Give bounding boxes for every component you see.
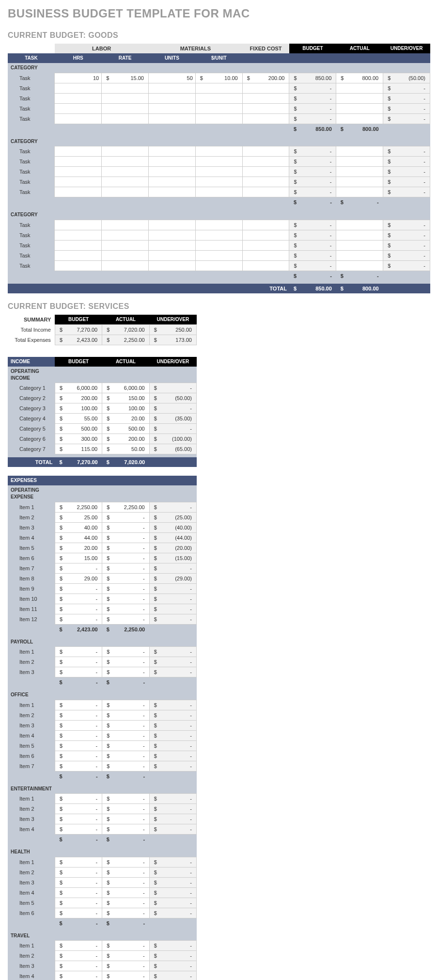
hdr-actual: ACTUAL <box>336 44 383 53</box>
income-row: Category 6$300.00$200.00$(100.00) <box>8 434 197 444</box>
expense-row: Item 7$-$-$- <box>8 761 197 771</box>
income-total-row: TOTAL$7,270.00$7,020.00 <box>8 457 197 467</box>
expense-subtotal: $-$- <box>8 835 197 845</box>
task-row: Task$-$- <box>8 146 430 157</box>
income-total-label: TOTAL <box>8 457 55 467</box>
expense-row: Item 3$-$-$- <box>8 814 197 824</box>
expense-row: Item 1$-$-$- <box>8 857 197 867</box>
expense-row-label: Item 2 <box>8 804 55 814</box>
task-label: Task <box>8 177 55 187</box>
hdr-materials: MATERIALS <box>148 44 242 53</box>
hdr-unit: $/UNIT <box>195 53 242 63</box>
expense-row: Item 2$-$-$- <box>8 657 197 667</box>
income-row-label: Category 5 <box>8 424 55 434</box>
expense-row-label: Item 3 <box>8 877 55 887</box>
expense-row: Item 4$-$-$- <box>8 824 197 835</box>
expense-row: Item 3$-$-$- <box>8 961 197 971</box>
expense-row: Item 2$-$-$- <box>8 867 197 877</box>
expense-row-label: Item 4 <box>8 971 55 980</box>
task-row: Task$-$- <box>8 83 430 93</box>
task-label: Task <box>8 93 55 103</box>
summary-row-label: Total Income <box>8 324 55 335</box>
hdr-labor: LABOR <box>55 44 149 53</box>
expense-row: Item 2$-$-$- <box>8 804 197 814</box>
income-row-label: Category 7 <box>8 444 55 454</box>
summary-hdr-uo: UNDER/OVER <box>149 315 196 325</box>
task-label: Task <box>8 167 55 177</box>
expense-row-label: Item 6 <box>8 751 55 761</box>
summary-label: SUMMARY <box>8 315 55 325</box>
task-label: Task <box>8 113 55 124</box>
income-row: Category 2$200.00$150.00$(50.00) <box>8 393 197 403</box>
expense-row: Item 1$-$-$- <box>8 794 197 804</box>
expense-row: Item 2$-$-$- <box>8 951 197 961</box>
expense-section: OPERATING EXPENSE <box>8 485 55 502</box>
expense-row: Item 1$-$-$- <box>8 941 197 951</box>
expense-section: TRAVEL <box>8 931 55 941</box>
expense-row-label: Item 1 <box>8 794 55 804</box>
expense-row-label: Item 1 <box>8 700 55 710</box>
income-row: Category 1$6,000.00$6,000.00$- <box>8 383 197 393</box>
task-label: Task <box>8 240 55 250</box>
expense-row-label: Item 3 <box>8 522 55 532</box>
expense-row-label: Item 5 <box>8 543 55 553</box>
income-title: INCOME <box>8 357 55 367</box>
expense-row-label: Item 3 <box>8 814 55 824</box>
task-row: Task$-$- <box>8 93 430 103</box>
income-row-label: Category 2 <box>8 393 55 403</box>
expense-row: Item 6$-$-$- <box>8 908 197 918</box>
services-heading: CURRENT BUDGET: SERVICES <box>0 293 438 315</box>
expenses-title: EXPENSES <box>8 476 55 485</box>
expense-row: Item 12$-$-$- <box>8 614 197 624</box>
task-label: Task <box>8 103 55 113</box>
expense-row: Item 7$-$-$- <box>8 563 197 573</box>
expense-section: PAYROLL <box>8 637 55 647</box>
expense-row: Item 3$-$-$- <box>8 877 197 887</box>
expense-row: Item 6$-$-$- <box>8 751 197 761</box>
expense-row-label: Item 6 <box>8 553 55 563</box>
task-label: Task <box>8 187 55 197</box>
expense-row-label: Item 4 <box>8 532 55 543</box>
expense-row-label: Item 4 <box>8 730 55 740</box>
category-label: CATEGORY <box>8 137 55 146</box>
total-label: TOTAL <box>242 284 289 293</box>
expense-row: Item 1$2,250.00$2,250.00$- <box>8 502 197 512</box>
expense-row-label: Item 1 <box>8 941 55 951</box>
expense-row-label: Item 2 <box>8 512 55 522</box>
summary-table: SUMMARYBUDGETACTUALUNDER/OVERTotal Incom… <box>8 315 197 345</box>
expense-row: Item 10$-$-$- <box>8 594 197 604</box>
income-hdr-budget: BUDGET <box>55 357 102 367</box>
income-row-label: Category 3 <box>8 403 55 414</box>
task-label: Task <box>8 250 55 260</box>
expense-row: Item 1$-$-$- <box>8 700 197 710</box>
expense-row-label: Item 2 <box>8 710 55 720</box>
expense-row-label: Item 4 <box>8 887 55 898</box>
task-row: Task$-$- <box>8 260 430 271</box>
income-row: Category 4$55.00$20.00$(35.00) <box>8 414 197 424</box>
hdr-hrs: HRS <box>55 53 102 63</box>
expense-row-label: Item 2 <box>8 657 55 667</box>
expense-row: Item 8$29.00$-$(29.00) <box>8 573 197 583</box>
income-row: Category 7$115.00$50.00$(65.00) <box>8 444 197 454</box>
expense-row-label: Item 11 <box>8 604 55 614</box>
expense-row-label: Item 1 <box>8 502 55 512</box>
summary-hdr-actual: ACTUAL <box>102 315 149 325</box>
income-hdr-actual: ACTUAL <box>102 357 149 367</box>
category-label: CATEGORY <box>8 210 55 220</box>
expense-row-label: Item 8 <box>8 573 55 583</box>
expense-row-label: Item 1 <box>8 857 55 867</box>
hdr-fixed: FIXED COST <box>242 44 289 53</box>
task-row: Task$-$- <box>8 113 430 124</box>
expense-row-label: Item 7 <box>8 563 55 573</box>
hdr-units: UNITS <box>148 53 195 63</box>
task-row: Task10$15.0050$10.00$200.00$850.00$800.0… <box>8 73 430 83</box>
category-label: CATEGORY <box>8 63 55 73</box>
task-row: Task$-$- <box>8 103 430 113</box>
task-row: Task$-$- <box>8 157 430 167</box>
expense-row: Item 4$-$-$- <box>8 887 197 898</box>
summary-hdr-budget: BUDGET <box>55 315 102 325</box>
expense-row-label: Item 7 <box>8 761 55 771</box>
expense-row-label: Item 12 <box>8 614 55 624</box>
hdr-task: TASK <box>8 53 55 63</box>
task-label: Task <box>8 220 55 230</box>
